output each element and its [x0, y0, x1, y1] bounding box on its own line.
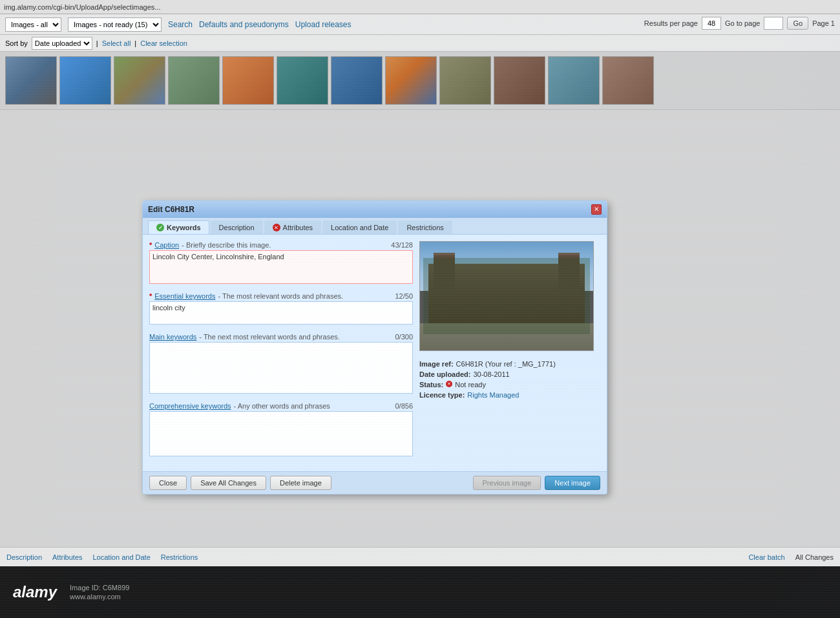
thumbnail-item[interactable]: [548, 56, 600, 105]
thumbnail-item[interactable]: [59, 56, 111, 105]
bottom-restrictions-link[interactable]: Restrictions: [161, 553, 198, 561]
close-button[interactable]: Close: [149, 476, 187, 490]
tab-location-date-label: Location and Date: [331, 224, 388, 231]
caption-textarea[interactable]: Lincoln City Center, Lincolnshire, Engla…: [149, 250, 413, 284]
caption-field: * Caption - Briefly describe this image.…: [149, 241, 413, 286]
image-canvas: [420, 242, 593, 350]
clear-batch-link[interactable]: Clear batch: [748, 553, 784, 561]
upload-releases-link[interactable]: Upload releases: [295, 20, 352, 29]
tab-attributes-label: Attributes: [283, 224, 313, 231]
thumbnails-strip: [0, 52, 840, 110]
status-label: Status:: [419, 381, 443, 389]
caption-link[interactable]: Caption: [154, 241, 179, 249]
comprehensive-keywords-label-row: Comprehensive keywords - Any other words…: [149, 402, 413, 410]
filter2-select[interactable]: Images - not ready (15): [68, 17, 162, 32]
caption-desc: - Briefly describe this image.: [182, 241, 271, 249]
tab-description-label: Description: [219, 224, 255, 231]
go-to-page-label: Go to page: [725, 19, 760, 27]
essential-keywords-textarea[interactable]: lincoln city: [149, 301, 413, 325]
caption-counter: 43/128: [391, 241, 413, 249]
defaults-link[interactable]: Defaults and pseudonyms: [199, 20, 289, 29]
footer-right-buttons: Previous image Next image: [473, 476, 600, 490]
comprehensive-keywords-link[interactable]: Comprehensive keywords: [149, 402, 231, 410]
thumbnail-item[interactable]: [114, 56, 165, 105]
dialog-footer: Close Save All Changes Delete image Prev…: [143, 471, 607, 494]
dialog-right-panel: Image ref: C6H81R (Your ref : _MG_1771) …: [419, 241, 600, 465]
thumbnail-item[interactable]: [385, 56, 437, 105]
watermark-bar: alamy Image ID: C6M899 www.alamy.com: [0, 566, 840, 618]
licence-value[interactable]: Rights Managed: [467, 391, 519, 399]
main-keywords-field: Main keywords - The next most relevant w…: [149, 333, 413, 396]
tab-location-date[interactable]: Location and Date: [322, 220, 397, 234]
bottom-attributes-link[interactable]: Attributes: [52, 553, 82, 561]
sort-separator2: |: [134, 39, 136, 47]
caption-required-star: *: [149, 241, 152, 249]
thumbnail-item[interactable]: [331, 56, 383, 105]
next-image-button[interactable]: Next image: [545, 476, 600, 490]
thumbnail-item[interactable]: [277, 56, 328, 105]
tab-description[interactable]: Description: [211, 220, 263, 234]
main-keywords-desc: - The next most relevant words and phras…: [199, 333, 339, 341]
go-button[interactable]: Go: [787, 17, 808, 30]
dialog-tabs: ✓ Keywords Description ✕ Attributes Loca…: [143, 218, 607, 235]
sort-label: Sort by: [5, 39, 28, 47]
bottom-location-date-link[interactable]: Location and Date: [93, 553, 151, 561]
save-all-changes-button[interactable]: Save All Changes: [191, 476, 266, 490]
thumbnail-item[interactable]: [439, 56, 491, 105]
dialog-close-button[interactable]: ✕: [591, 204, 602, 215]
edit-dialog: Edit C6H81R ✕ ✓ Keywords Description ✕ A…: [142, 200, 607, 495]
filter1-select[interactable]: Images - all: [5, 17, 61, 32]
dialog-title-bar: Edit C6H81R ✕: [143, 201, 607, 218]
image-ref-label: Image ref:: [419, 360, 454, 368]
main-keywords-textarea[interactable]: [149, 342, 413, 394]
watermark-url: www.alamy.com: [70, 593, 129, 601]
main-keywords-counter: 0/300: [395, 333, 413, 341]
image-info-panel: Image ref: C6H81R (Your ref : _MG_1771) …: [419, 357, 600, 401]
bottom-description-link[interactable]: Description: [6, 553, 42, 561]
tab-restrictions[interactable]: Restrictions: [398, 220, 452, 234]
tab-attributes[interactable]: ✕ Attributes: [264, 220, 321, 234]
main-keywords-link[interactable]: Main keywords: [149, 333, 196, 341]
results-per-page-label: Results per page: [644, 19, 698, 27]
caption-label-row: * Caption - Briefly describe this image.…: [149, 241, 413, 249]
watermark-id: Image ID: C6M899: [70, 584, 129, 591]
essential-required-star: *: [149, 292, 152, 300]
thumbnail-item[interactable]: [602, 56, 654, 105]
watermark-logo: alamy: [13, 583, 57, 601]
delete-image-button[interactable]: Delete image: [270, 476, 331, 490]
thumbnail-item[interactable]: [494, 56, 545, 105]
tab-keywords-label: Keywords: [167, 224, 201, 231]
licence-row: Licence type: Rights Managed: [419, 391, 600, 399]
sort-select[interactable]: Date uploaded: [32, 37, 92, 50]
keywords-tab-icon: ✓: [156, 224, 164, 231]
sort-separator: |: [96, 39, 98, 47]
top-toolbar: Images - all Images - not ready (15) Sea…: [0, 14, 840, 35]
bottom-bar: Description Attributes Location and Date…: [0, 547, 840, 566]
select-all-link[interactable]: Select all: [102, 39, 131, 47]
attributes-tab-icon: ✕: [273, 224, 280, 231]
results-per-page-input[interactable]: [702, 17, 721, 30]
comprehensive-keywords-textarea[interactable]: [149, 411, 413, 456]
date-uploaded-label: Date uploaded:: [419, 370, 470, 378]
go-to-page-input[interactable]: [764, 17, 783, 30]
comprehensive-keywords-field: Comprehensive keywords - Any other words…: [149, 402, 413, 458]
thumbnail-item[interactable]: [168, 56, 220, 105]
browser-url: img.alamy.com/cgi-bin/UploadApp/selectim…: [4, 3, 161, 11]
search-link[interactable]: Search: [168, 20, 193, 29]
status-row: Status: ✕ Not ready: [419, 381, 600, 389]
previous-image-button[interactable]: Previous image: [473, 476, 541, 490]
date-uploaded-value: 30-08-2011: [473, 370, 509, 378]
browser-bar: img.alamy.com/cgi-bin/UploadApp/selectim…: [0, 0, 840, 14]
comprehensive-keywords-counter: 0/856: [395, 402, 413, 410]
thumbnail-item[interactable]: [222, 56, 274, 105]
essential-keywords-link[interactable]: Essential keywords: [154, 292, 215, 300]
dialog-title: Edit C6H81R: [148, 205, 194, 214]
results-bar: Results per page Go to page Go Page 1: [639, 14, 840, 32]
essential-keywords-label-row: * Essential keywords - The most relevant…: [149, 292, 413, 300]
clear-selection-link[interactable]: Clear selection: [140, 39, 187, 47]
tab-keywords[interactable]: ✓ Keywords: [148, 220, 209, 234]
page-info: Page 1: [812, 19, 835, 27]
image-ref-value: C6H81R (Your ref : _MG_1771): [456, 360, 556, 368]
sort-bar: Sort by Date uploaded | Select all | Cle…: [0, 35, 840, 52]
thumbnail-item[interactable]: [5, 56, 57, 105]
